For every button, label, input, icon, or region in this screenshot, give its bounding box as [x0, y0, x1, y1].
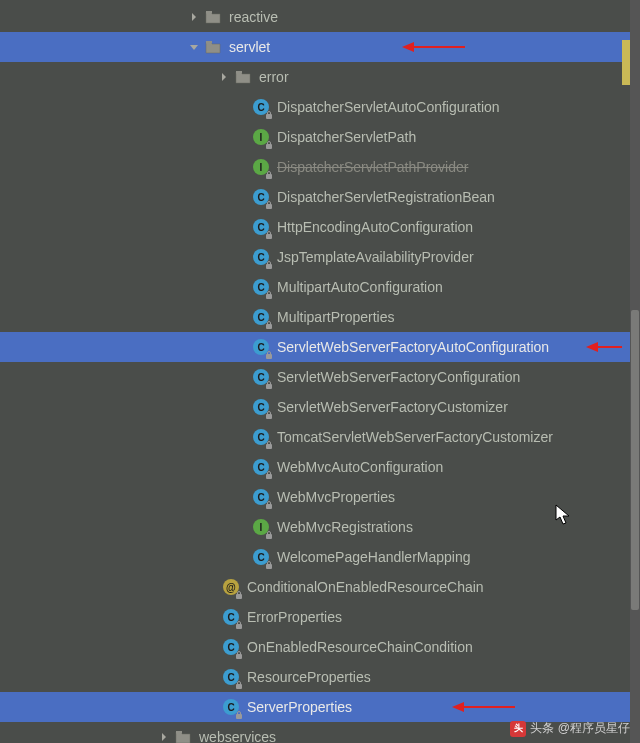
class-icon: C	[251, 217, 271, 237]
tree-item-label: DispatcherServletRegistrationBean	[277, 189, 495, 205]
tree-item[interactable]: CWebMvcProperties	[0, 482, 640, 512]
class-icon: C	[251, 397, 271, 417]
chevron-right-icon[interactable]	[185, 12, 203, 22]
svg-rect-23	[236, 654, 242, 659]
tree-item[interactable]: CErrorProperties	[0, 602, 640, 632]
tree-item[interactable]: CHttpEncodingAutoConfiguration	[0, 212, 640, 242]
tree-item-label: WebMvcAutoConfiguration	[277, 459, 443, 475]
tree-item-label: WebMvcProperties	[277, 489, 395, 505]
tree-item[interactable]: IWebMvcRegistrations	[0, 512, 640, 542]
tree-item-label: reactive	[229, 9, 278, 25]
tree-item[interactable]: reactive	[0, 2, 640, 32]
tree-item-label: DispatcherServletPath	[277, 129, 416, 145]
folder-icon	[233, 67, 253, 87]
interface-icon: I	[251, 517, 271, 537]
tree-item[interactable]: CServletWebServerFactoryAutoConfiguratio…	[0, 332, 640, 362]
tree-item-label: WelcomePageHandlerMapping	[277, 549, 471, 565]
tree-item[interactable]: IDispatcherServletPathProvider	[0, 152, 640, 182]
chevron-right-icon[interactable]	[215, 72, 233, 82]
tree-item-label: JspTemplateAvailabilityProvider	[277, 249, 474, 265]
tree-item-label: MultipartProperties	[277, 309, 395, 325]
folder-icon	[203, 37, 223, 57]
vertical-scrollbar[interactable]	[630, 0, 640, 743]
watermark-logo-icon: 头	[510, 721, 526, 737]
folder-icon	[203, 7, 223, 27]
tree-item[interactable]: @ConditionalOnEnabledResourceChain	[0, 572, 640, 602]
red-arrow-icon	[400, 40, 467, 54]
svg-rect-3	[236, 71, 242, 74]
tree-item-label: ServletWebServerFactoryConfiguration	[277, 369, 520, 385]
svg-rect-6	[266, 174, 272, 179]
svg-rect-16	[266, 444, 272, 449]
tree-item-label: ServletWebServerFactoryAutoConfiguration	[277, 339, 549, 355]
class-icon: C	[251, 277, 271, 297]
tree-item[interactable]: CServletWebServerFactoryCustomizer	[0, 392, 640, 422]
red-arrow-icon	[450, 700, 517, 714]
svg-rect-11	[266, 324, 272, 329]
class-icon: C	[221, 667, 241, 687]
project-tree[interactable]: reactiveservlet errorCDispatcherServletA…	[0, 0, 640, 743]
svg-rect-21	[236, 594, 242, 599]
tree-item[interactable]: IDispatcherServletPath	[0, 122, 640, 152]
tree-item[interactable]: CMultipartAutoConfiguration	[0, 272, 640, 302]
svg-rect-15	[266, 414, 272, 419]
class-icon: C	[251, 457, 271, 477]
svg-rect-9	[266, 264, 272, 269]
svg-rect-1	[206, 41, 212, 44]
svg-rect-18	[266, 504, 272, 509]
svg-rect-27	[176, 731, 182, 734]
tree-item-label: ConditionalOnEnabledResourceChain	[247, 579, 484, 595]
tree-item[interactable]: CDispatcherServletRegistrationBean	[0, 182, 640, 212]
svg-rect-7	[266, 204, 272, 209]
tree-item-label: HttpEncodingAutoConfiguration	[277, 219, 473, 235]
svg-rect-17	[266, 474, 272, 479]
tree-item-label: webservices	[199, 729, 276, 743]
svg-rect-25	[236, 714, 242, 719]
scroll-thumb[interactable]	[631, 310, 639, 610]
tree-item[interactable]: COnEnabledResourceChainCondition	[0, 632, 640, 662]
tree-item[interactable]: CWelcomePageHandlerMapping	[0, 542, 640, 572]
tree-item[interactable]: CWebMvcAutoConfiguration	[0, 452, 640, 482]
folder-icon	[173, 727, 193, 743]
watermark-text: 头条 @程序员星仔	[530, 720, 630, 737]
class-icon: C	[251, 367, 271, 387]
interface-icon: I	[251, 127, 271, 147]
tree-item-label: DispatcherServletAutoConfiguration	[277, 99, 500, 115]
tree-item-label: DispatcherServletPathProvider	[277, 159, 468, 175]
chevron-down-icon[interactable]	[185, 42, 203, 52]
tree-item[interactable]: CMultipartProperties	[0, 302, 640, 332]
chevron-right-icon[interactable]	[155, 732, 173, 742]
tree-item[interactable]: CServerProperties	[0, 692, 640, 722]
svg-rect-24	[236, 684, 242, 689]
tree-item[interactable]: CServletWebServerFactoryConfiguration	[0, 362, 640, 392]
class-icon: C	[221, 697, 241, 717]
svg-rect-5	[266, 144, 272, 149]
tree-item-label: OnEnabledResourceChainCondition	[247, 639, 473, 655]
class-icon: C	[251, 337, 271, 357]
tree-item[interactable]: CJspTemplateAvailabilityProvider	[0, 242, 640, 272]
class-icon: C	[251, 247, 271, 267]
tree-item[interactable]: CResourceProperties	[0, 662, 640, 692]
interface-icon: I	[251, 157, 271, 177]
svg-rect-8	[266, 234, 272, 239]
editor-marker	[622, 40, 630, 85]
watermark: 头 头条 @程序员星仔	[510, 720, 630, 737]
tree-item-label: WebMvcRegistrations	[277, 519, 413, 535]
tree-item[interactable]: CDispatcherServletAutoConfiguration	[0, 92, 640, 122]
svg-rect-12	[266, 354, 272, 359]
tree-item[interactable]: CTomcatServletWebServerFactoryCustomizer	[0, 422, 640, 452]
tree-item[interactable]: error	[0, 62, 640, 92]
tree-item-label: error	[259, 69, 289, 85]
svg-rect-4	[266, 114, 272, 119]
class-icon: C	[251, 547, 271, 567]
tree-item[interactable]: servlet	[0, 32, 640, 62]
tree-item-label: ServerProperties	[247, 699, 352, 715]
class-icon: C	[251, 427, 271, 447]
svg-rect-14	[266, 384, 272, 389]
class-icon: C	[221, 637, 241, 657]
tree-item-label: TomcatServletWebServerFactoryCustomizer	[277, 429, 553, 445]
tree-item-label: ResourceProperties	[247, 669, 371, 685]
annotation-icon: @	[221, 577, 241, 597]
class-icon: C	[221, 607, 241, 627]
svg-rect-20	[266, 564, 272, 569]
